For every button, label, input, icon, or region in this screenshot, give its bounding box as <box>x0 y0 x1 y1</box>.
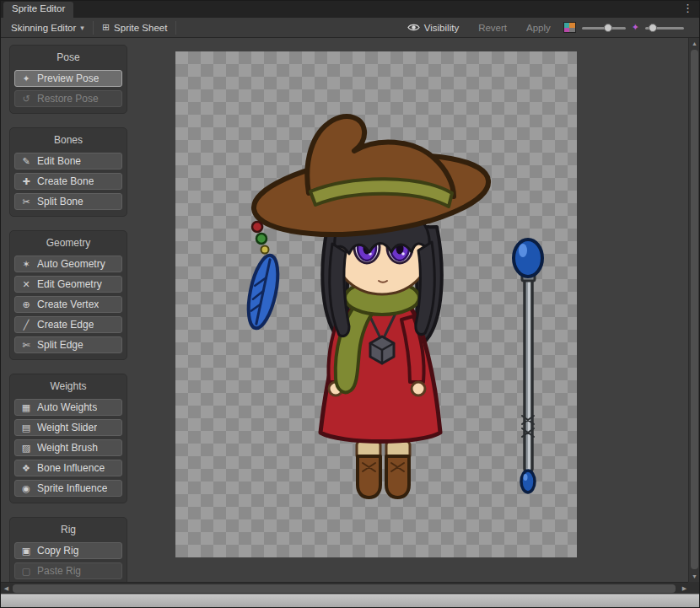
revert-button[interactable]: Revert <box>471 19 514 36</box>
weight-slider-button[interactable]: ▤ Weight Slider <box>14 419 122 436</box>
slider-knob[interactable] <box>649 24 657 32</box>
horizontal-scrollbar[interactable]: ◀ ▶ <box>1 582 690 594</box>
weight-slider-icon: ▤ <box>20 422 32 433</box>
staff-orb <box>514 239 542 277</box>
tab-sprite-editor[interactable]: Sprite Editor <box>3 2 73 18</box>
auto-geometry-label: Auto Geometry <box>37 258 105 270</box>
auto-weights-button[interactable]: ▦ Auto Weights <box>14 399 122 416</box>
create-bone-label: Create Bone <box>37 175 94 187</box>
staff-tip-gem <box>521 471 535 492</box>
rig-panel: Rig ▣ Copy Rig ▢ Paste Rig <box>9 517 127 586</box>
split-edge-button[interactable]: ✄ Split Edge <box>14 336 122 353</box>
apply-label: Apply <box>526 23 551 33</box>
edit-bone-icon: ✎ <box>20 156 32 167</box>
cube-pendant <box>370 336 394 363</box>
toolbar-right-group: Visibility Revert Apply ✦ <box>401 19 696 36</box>
sprite-influence-icon: ◉ <box>20 483 32 494</box>
auto-weights-icon: ▦ <box>20 402 32 413</box>
window-menu-icon[interactable]: ⋮ <box>682 2 693 14</box>
create-vertex-label: Create Vertex <box>37 299 99 310</box>
copy-rig-icon: ▣ <box>20 546 32 557</box>
edit-geometry-label: Edit Geometry <box>37 278 102 290</box>
skinning-editor-dropdown[interactable]: Skinning Editor ▾ <box>4 19 91 36</box>
auto-geometry-button[interactable]: ✶ Auto Geometry <box>14 256 122 272</box>
hand-right <box>412 382 425 395</box>
toolbar-separator <box>93 21 94 35</box>
toolbar-separator <box>175 21 176 35</box>
create-bone-button[interactable]: ✚ Create Bone <box>14 173 122 190</box>
sprite-sheet-button[interactable]: ⊞ Sprite Sheet <box>95 19 175 36</box>
scroll-down-arrow[interactable]: ▼ <box>689 571 700 582</box>
auto-geometry-icon: ✶ <box>20 259 32 270</box>
create-vertex-icon: ⊕ <box>20 299 32 310</box>
split-bone-label: Split Bone <box>37 196 83 207</box>
split-bone-icon: ✂ <box>20 196 32 207</box>
paste-rig-button[interactable]: ▢ Paste Rig <box>14 562 122 579</box>
weight-brush-label: Weight Brush <box>37 442 98 454</box>
boot-left <box>358 456 380 498</box>
panel-title-rig: Rig <box>14 521 122 539</box>
paste-rig-icon: ▢ <box>20 566 32 577</box>
split-edge-label: Split Edge <box>37 339 83 351</box>
vertical-scrollbar-thumb[interactable] <box>691 50 698 569</box>
create-edge-icon: ╱ <box>20 320 32 331</box>
horizontal-scrollbar-thumb[interactable] <box>13 584 676 593</box>
copy-rig-button[interactable]: ▣ Copy Rig <box>14 542 122 559</box>
sprite-opacity-slider[interactable] <box>582 24 626 32</box>
chevron-down-icon: ▾ <box>80 24 84 32</box>
edit-geometry-icon: ✕ <box>20 279 32 290</box>
create-bone-icon: ✚ <box>20 176 32 187</box>
bones-panel: Bones ✎ Edit Bone ✚ Create Bone ✂ Split … <box>9 127 127 217</box>
visibility-label: Visibility <box>424 23 459 33</box>
scroll-left-arrow[interactable]: ◀ <box>1 583 12 595</box>
edit-bone-label: Edit Bone <box>37 155 81 167</box>
sprite-editor-window: Sprite Editor ⋮ Skinning Editor ▾ ⊞ Spri… <box>0 0 700 608</box>
bone-influence-button[interactable]: ❖ Bone Influence <box>14 460 122 476</box>
restore-pose-button[interactable]: ↺ Restore Pose <box>14 90 122 107</box>
scroll-up-arrow[interactable]: ▲ <box>689 38 700 49</box>
sprite-influence-button[interactable]: ◉ Sprite Influence <box>14 480 122 497</box>
eye-icon <box>407 23 420 32</box>
staff-sprite[interactable] <box>514 239 542 492</box>
edit-geometry-button[interactable]: ✕ Edit Geometry <box>14 276 122 293</box>
character-sprite[interactable] <box>243 116 493 498</box>
color-swatch-button[interactable] <box>563 22 576 33</box>
split-edge-icon: ✄ <box>20 340 32 351</box>
bone-influence-label: Bone Influence <box>37 462 105 474</box>
bone-influence-icon: ❖ <box>20 463 32 474</box>
weight-color-icon: ✦ <box>632 22 639 33</box>
panel-title-geometry: Geometry <box>14 234 122 252</box>
restore-pose-label: Restore Pose <box>37 93 99 105</box>
apply-button[interactable]: Apply <box>520 19 557 36</box>
revert-label: Revert <box>478 23 507 33</box>
create-vertex-button[interactable]: ⊕ Create Vertex <box>14 296 122 313</box>
bottom-chrome-strip <box>1 594 699 608</box>
sprite-influence-label: Sprite Influence <box>37 482 107 494</box>
auto-weights-label: Auto Weights <box>37 401 97 413</box>
scrollbar-corner <box>688 582 699 594</box>
weight-slider-label: Weight Slider <box>37 422 97 433</box>
weight-opacity-slider[interactable] <box>645 24 684 32</box>
split-bone-button[interactable]: ✂ Split Bone <box>14 193 122 210</box>
create-edge-button[interactable]: ╱ Create Edge <box>14 316 122 333</box>
slider-knob[interactable] <box>604 24 612 32</box>
boot-right <box>386 456 409 498</box>
visibility-button[interactable]: Visibility <box>401 19 466 36</box>
preview-pose-icon: ✦ <box>20 73 32 84</box>
witch-hat <box>250 116 493 246</box>
window-tab-bar: Sprite Editor ⋮ <box>1 1 699 18</box>
weight-brush-icon: ▨ <box>20 443 32 454</box>
sprite-sheet-label: Sprite Sheet <box>114 23 167 33</box>
vertical-scrollbar[interactable]: ▲ ▼ <box>688 38 699 582</box>
pose-panel: Pose ✦ Preview Pose ↺ Restore Pose <box>9 45 127 114</box>
edit-bone-button[interactable]: ✎ Edit Bone <box>14 153 122 169</box>
preview-pose-label: Preview Pose <box>37 73 99 84</box>
editor-main-area: Pose ✦ Preview Pose ↺ Restore Pose Bones… <box>1 38 690 582</box>
create-edge-label: Create Edge <box>37 319 94 331</box>
weights-panel: Weights ▦ Auto Weights ▤ Weight Slider ▨… <box>9 374 127 503</box>
sprite-canvas[interactable] <box>175 51 577 557</box>
preview-pose-button[interactable]: ✦ Preview Pose <box>14 70 122 87</box>
panel-title-bones: Bones <box>14 132 122 149</box>
weight-brush-button[interactable]: ▨ Weight Brush <box>14 439 122 456</box>
sprite-canvas-art <box>175 51 577 557</box>
